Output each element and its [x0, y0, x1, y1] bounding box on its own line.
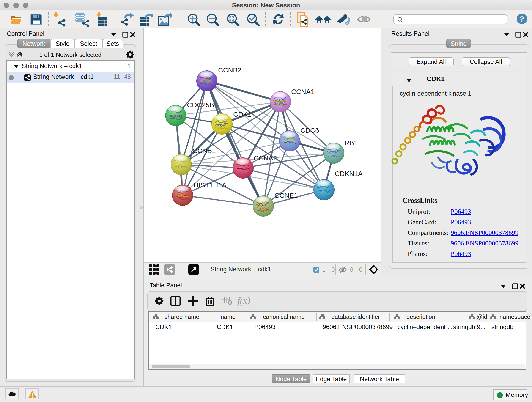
svg-text:HIST1H1A: HIST1H1A: [194, 181, 226, 189]
svg-text:CDC25B: CDC25B: [187, 101, 214, 109]
svg-text:RB1: RB1: [344, 139, 358, 147]
svg-text:CCNE1: CCNE1: [274, 191, 298, 199]
svg-text:CDKN1A: CDKN1A: [335, 170, 363, 177]
svg-text:CCNA1: CCNA1: [291, 88, 315, 95]
svg-text:CCNA2: CCNA2: [254, 154, 277, 162]
svg-text:CDC6: CDC6: [300, 127, 319, 134]
svg-text:CCNB1: CCNB1: [192, 147, 216, 154]
svg-text:CCNB2: CCNB2: [218, 66, 241, 74]
svg-text:CDK1: CDK1: [233, 110, 252, 118]
